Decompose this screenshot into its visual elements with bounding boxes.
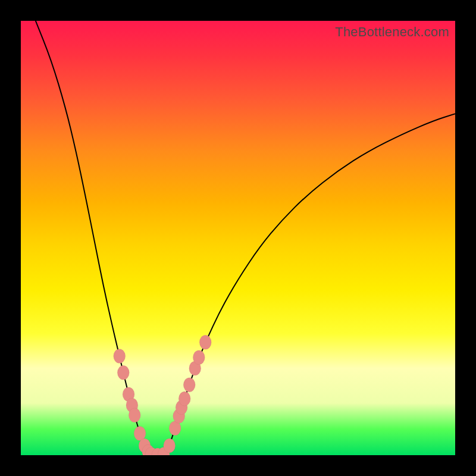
left-curve xyxy=(36,21,151,455)
marker-point xyxy=(114,349,126,364)
marker-point xyxy=(117,365,129,380)
curve-layer xyxy=(21,21,455,455)
marker-point xyxy=(183,378,195,392)
plot-area: TheBottleneck.com xyxy=(21,21,455,455)
marker-point xyxy=(178,392,190,406)
marker-group xyxy=(114,335,212,455)
marker-point xyxy=(193,350,205,365)
chart-frame: TheBottleneck.com xyxy=(0,0,476,476)
watermark-text: TheBottleneck.com xyxy=(335,24,449,40)
right-curve xyxy=(164,114,455,454)
marker-point xyxy=(164,439,176,453)
marker-point xyxy=(129,408,140,422)
marker-point xyxy=(199,335,211,349)
